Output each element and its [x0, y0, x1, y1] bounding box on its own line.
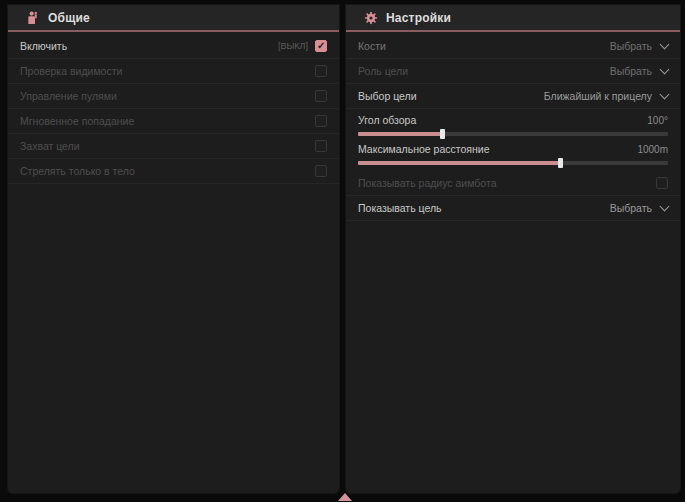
setting-label: Мгновенное попадание	[20, 115, 134, 127]
target-role-dropdown[interactable]: Выбрать	[610, 65, 668, 77]
panel-settings-body: Кости Выбрать Роль цели Выбрать Выбор це…	[346, 32, 680, 221]
setting-row-show-radius[interactable]: Показывать радиус аимбота	[346, 171, 680, 196]
setting-label: Стрелять только в тело	[20, 165, 135, 177]
dropdown-value: Выбрать	[610, 40, 652, 52]
checkbox-target-lock[interactable]	[315, 140, 327, 152]
setting-row-target-lock[interactable]: Захват цели	[8, 134, 339, 159]
setting-row-target-role[interactable]: Роль цели Выбрать	[346, 59, 680, 84]
slider-thumb[interactable]	[558, 158, 563, 168]
setting-row-instant-hit[interactable]: Мгновенное попадание	[8, 109, 339, 134]
setting-row-enable[interactable]: Включить [ВЫКЛ]	[8, 34, 339, 59]
panel-general: Общие Включить [ВЫКЛ] Проверка видимости…	[8, 5, 339, 493]
target-selection-dropdown[interactable]: Ближайший к прицелу	[544, 90, 668, 102]
slider-fill	[358, 161, 560, 165]
chevron-down-icon	[660, 39, 670, 49]
checkbox-bullet-control[interactable]	[315, 90, 327, 102]
setting-label: Управление пулями	[20, 90, 117, 102]
checkbox-visibility-check[interactable]	[315, 65, 327, 77]
panel-settings: Настройки Кости Выбрать Роль цели Выбрат…	[346, 5, 680, 493]
person-icon	[25, 10, 41, 26]
setting-label: Максимальное расстояние	[358, 143, 489, 155]
scroll-up-arrow-icon[interactable]	[338, 493, 352, 501]
checkbox-body-only[interactable]	[315, 165, 327, 177]
panel-title: Настройки	[386, 11, 451, 25]
panel-title: Общие	[48, 11, 90, 25]
checkbox-show-radius[interactable]	[656, 177, 668, 189]
dropdown-value: Ближайший к прицелу	[544, 90, 652, 102]
setting-label: Показывать радиус аимбота	[358, 177, 497, 189]
setting-label: Включить	[20, 40, 67, 52]
setting-row-max-distance: Максимальное расстояние 1000m	[346, 138, 680, 167]
slider-value: 100°	[647, 115, 668, 126]
setting-row-bones[interactable]: Кости Выбрать	[346, 34, 680, 59]
dropdown-value: Выбрать	[610, 202, 652, 214]
fov-slider[interactable]	[358, 132, 668, 136]
setting-label: Показывать цель	[358, 202, 442, 214]
chevron-down-icon	[660, 89, 670, 99]
gear-icon	[363, 10, 379, 26]
checkbox-instant-hit[interactable]	[315, 115, 327, 127]
setting-label: Проверка видимости	[20, 65, 122, 77]
chevron-down-icon	[660, 64, 670, 74]
panel-general-header: Общие	[8, 5, 339, 32]
keybind-state: [ВЫКЛ]	[278, 41, 308, 51]
setting-label: Угол обзора	[358, 114, 416, 126]
setting-row-fov: Угол обзора 100°	[346, 109, 680, 138]
show-target-dropdown[interactable]: Выбрать	[610, 202, 668, 214]
bones-dropdown[interactable]: Выбрать	[610, 40, 668, 52]
checkbox-enable[interactable]	[315, 40, 327, 52]
slider-fill	[358, 132, 442, 136]
panel-general-body: Включить [ВЫКЛ] Проверка видимости Управ…	[8, 32, 339, 184]
setting-label: Выбор цели	[358, 90, 417, 102]
max-distance-slider[interactable]	[358, 161, 668, 165]
setting-row-show-target[interactable]: Показывать цель Выбрать	[346, 196, 680, 221]
setting-row-bullet-control[interactable]: Управление пулями	[8, 84, 339, 109]
chevron-down-icon	[660, 201, 670, 211]
setting-row-target-selection[interactable]: Выбор цели Ближайший к прицелу	[346, 84, 680, 109]
setting-label: Захват цели	[20, 140, 80, 152]
setting-label: Кости	[358, 40, 386, 52]
setting-label: Роль цели	[358, 65, 408, 77]
setting-row-visibility-check[interactable]: Проверка видимости	[8, 59, 339, 84]
panel-settings-header: Настройки	[346, 5, 680, 32]
slider-value: 1000m	[637, 144, 668, 155]
dropdown-value: Выбрать	[610, 65, 652, 77]
setting-row-body-only[interactable]: Стрелять только в тело	[8, 159, 339, 184]
